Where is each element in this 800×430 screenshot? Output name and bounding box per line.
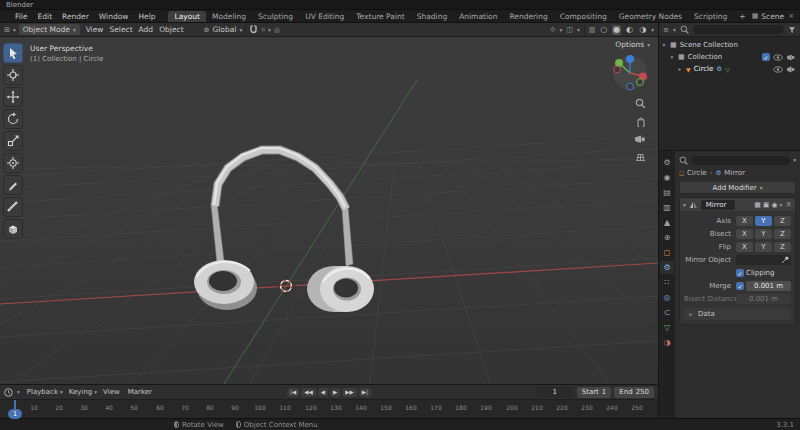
workspace-tab[interactable]: Geometry Nodes	[613, 11, 688, 22]
shading-wireframe-icon[interactable]: ○	[599, 25, 608, 35]
properties-search-input[interactable]	[691, 156, 790, 165]
hide-eye-icon[interactable]	[773, 66, 783, 73]
tool-select-box[interactable]	[3, 43, 23, 63]
timeline-menu-item[interactable]: Marker	[125, 388, 157, 396]
workspace-tab[interactable]: Scripting	[688, 11, 733, 22]
outliner-row-collection[interactable]: ▾ ▦ Collection ✓	[661, 51, 798, 63]
viewport-menu-item[interactable]: View	[83, 25, 107, 34]
disable-render-camera-icon[interactable]	[786, 54, 795, 61]
axis-toggle[interactable]: X	[736, 216, 753, 226]
zoom-icon[interactable]	[633, 97, 647, 109]
bisect-distance-field[interactable]: 0.001 m	[736, 294, 791, 304]
flip-toggle[interactable]: Y	[755, 242, 772, 252]
viewport-canvas[interactable]	[0, 37, 658, 384]
snapping-icon[interactable]: ⌗	[261, 26, 265, 34]
outliner-editor-icon[interactable]: ≡	[663, 26, 669, 34]
bisect-toggle[interactable]: X	[736, 229, 753, 239]
particles-tab-icon[interactable]: ∷	[660, 276, 674, 289]
data-subpanel-header[interactable]: ▸ Data	[684, 308, 791, 320]
timeline-menu-item[interactable]: Playback ▾	[24, 388, 66, 396]
search-icon[interactable]	[679, 156, 688, 165]
workspace-tab[interactable]: Shading	[411, 11, 453, 22]
output-tab-icon[interactable]: ▤	[660, 186, 674, 199]
transport-button[interactable]: ◀◀	[301, 388, 315, 397]
viewport-3d[interactable]: User Perspective (1) Collection | Circle…	[0, 37, 658, 384]
timeline-menu-item[interactable]: Keying ▾	[66, 388, 100, 396]
hide-eye-icon[interactable]	[773, 54, 783, 61]
workspace-tab[interactable]: +	[733, 11, 751, 22]
tool-transform[interactable]	[3, 153, 23, 173]
toggle-perspective-icon[interactable]	[633, 151, 647, 163]
world-tab-icon[interactable]: ⊕	[660, 231, 674, 244]
timeline-ruler[interactable]: 1020304050607080901001101201301401501601…	[0, 400, 658, 418]
tool-tab-icon[interactable]: ⚙	[660, 156, 674, 169]
navigation-gizmo[interactable]	[610, 53, 650, 93]
flip-toggle[interactable]: Z	[774, 242, 791, 252]
tool-annotate[interactable]	[3, 175, 23, 195]
viewport-menu-item[interactable]: Select	[106, 25, 135, 34]
bisect-toggle[interactable]: Z	[774, 229, 791, 239]
snap-magnet-icon[interactable]	[249, 25, 258, 35]
transport-button[interactable]: ▶	[330, 388, 340, 397]
tool-scale[interactable]	[3, 131, 23, 151]
orientation-dropdown[interactable]: Global	[212, 25, 236, 34]
xray-toggle-icon[interactable]: ▥	[589, 26, 596, 34]
outliner-search-input[interactable]	[693, 25, 784, 34]
transport-button[interactable]: ◀	[318, 388, 328, 397]
tool-move[interactable]	[3, 87, 23, 107]
add-modifier-button[interactable]: Add Modifier ▾	[679, 181, 796, 194]
start-frame-field[interactable]: Start 1	[577, 387, 612, 398]
current-frame-field[interactable]: 1	[536, 387, 574, 398]
shading-material-icon[interactable]: ◐	[625, 25, 634, 35]
mode-dropdown[interactable]: Object Mode ▾	[19, 24, 80, 35]
data-tab-icon[interactable]: ▽	[660, 321, 674, 334]
viewport-menu-item[interactable]: Object	[156, 25, 186, 34]
toggle-edit-mode-icon[interactable]: ▣	[763, 201, 770, 209]
search-icon[interactable]	[680, 25, 689, 34]
transport-button[interactable]: ▶▶	[342, 388, 356, 397]
transport-button[interactable]: |◀	[287, 388, 299, 397]
clipping-checkbox[interactable]: ✓	[736, 269, 744, 277]
disclosure-icon[interactable]: ▾	[669, 54, 675, 60]
workspace-tab[interactable]: Sculpting	[252, 11, 299, 22]
material-tab-icon[interactable]: ◑	[660, 336, 674, 349]
viewlayer-tab-icon[interactable]: ▥	[660, 201, 674, 214]
camera-view-icon[interactable]	[633, 133, 647, 145]
mirror-object-field[interactable]	[736, 255, 791, 265]
toggle-realtime-icon[interactable]: ◉	[771, 201, 777, 209]
transport-button[interactable]: ▶|	[359, 388, 371, 397]
pan-hand-icon[interactable]	[633, 115, 647, 127]
disclosure-icon[interactable]: ▾	[683, 202, 686, 208]
axis-toggle[interactable]: Y	[755, 216, 772, 226]
breadcrumb-item[interactable]: Mirror	[724, 169, 745, 177]
disclosure-icon[interactable]: ▾	[661, 42, 667, 48]
end-frame-field[interactable]: End 250	[614, 387, 654, 398]
physics-tab-icon[interactable]: ◎	[660, 291, 674, 304]
toggle-on-cage-icon[interactable]: ▦	[754, 201, 761, 209]
bisect-toggle[interactable]: Y	[755, 229, 772, 239]
modifier-name-field[interactable]: Mirror	[701, 200, 735, 210]
workspace-tab[interactable]: Compositing	[554, 11, 613, 22]
workspace-tab[interactable]: UV Editing	[299, 11, 350, 22]
axis-toggle[interactable]: Z	[774, 216, 791, 226]
scene-selector[interactable]: Scene	[761, 12, 784, 21]
extras-menu-icon[interactable]: ▾	[780, 202, 783, 208]
disclosure-icon[interactable]: ▸	[677, 66, 683, 72]
outliner-row-circle[interactable]: ▸ ▼ Circle ⚙ ▽	[661, 63, 798, 75]
menu-item[interactable]: Help	[133, 12, 160, 21]
constraints-tab-icon[interactable]: ⊂	[660, 306, 674, 319]
menu-item[interactable]: File	[10, 12, 33, 21]
breadcrumb-object[interactable]: Circle	[687, 169, 707, 177]
object-tab-icon[interactable]: ◻	[660, 246, 674, 259]
scene-new-icon[interactable]: ×	[787, 12, 795, 20]
outliner-item-label[interactable]: Collection	[688, 53, 723, 61]
modifiers-tab-icon[interactable]: ⚙	[660, 261, 674, 274]
delete-modifier-icon[interactable]: ×	[785, 200, 792, 209]
menu-item[interactable]: Edit	[33, 12, 58, 21]
outliner-row-scene-collection[interactable]: ▾ ▦ Scene Collection	[661, 39, 798, 51]
workspace-tab[interactable]: Animation	[453, 11, 503, 22]
workspace-tab[interactable]: Modeling	[206, 11, 252, 22]
proportional-edit-icon[interactable]: ◎	[274, 26, 280, 34]
outliner-item-label[interactable]: Circle	[694, 65, 714, 73]
outliner-item-label[interactable]: Scene Collection	[680, 41, 738, 49]
